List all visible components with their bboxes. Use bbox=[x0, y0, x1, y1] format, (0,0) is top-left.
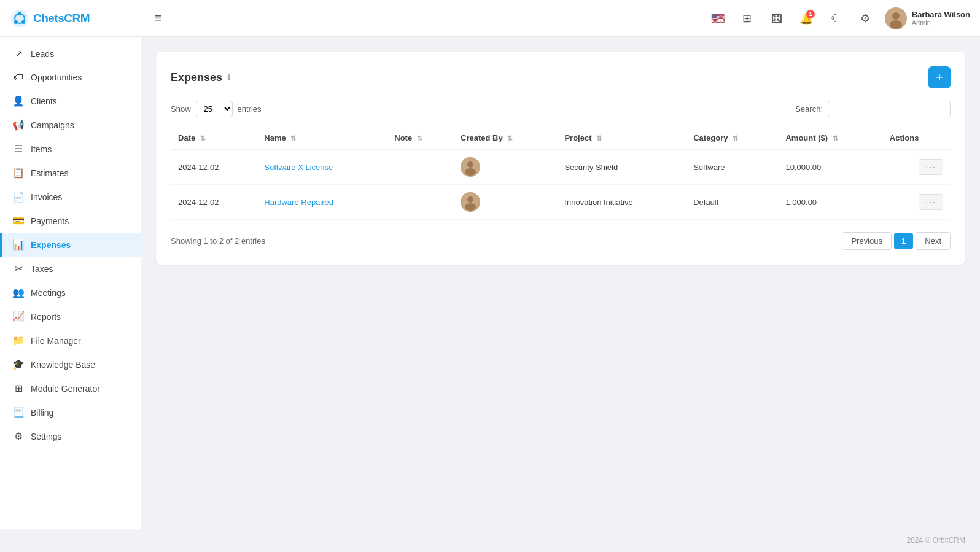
sidebar-label-items: Items bbox=[31, 144, 52, 154]
current-page[interactable]: 1 bbox=[894, 233, 913, 249]
table-header: Date ⇅ Name ⇅ Note ⇅ Created By ⇅ Projec… bbox=[171, 127, 951, 149]
sidebar-icon-file-manager: 📁 bbox=[12, 335, 25, 346]
row-action-button-1[interactable]: ··· bbox=[919, 194, 943, 210]
sidebar-item-billing[interactable]: 📃 Billing bbox=[0, 400, 141, 424]
sidebar-item-file-manager[interactable]: 📁 File Manager bbox=[0, 328, 141, 352]
sidebar-icon-estimates: 📋 bbox=[12, 167, 25, 179]
sidebar-label-billing: Billing bbox=[31, 408, 53, 418]
sidebar-item-items[interactable]: ☰ Items bbox=[0, 137, 141, 161]
sidebar-item-campaigns[interactable]: 📢 Campaigns bbox=[0, 113, 141, 137]
dark-mode-icon[interactable]: ☾ bbox=[826, 9, 846, 28]
sidebar-item-invoices[interactable]: 📄 Invoices bbox=[0, 185, 141, 209]
svg-point-10 bbox=[467, 161, 473, 168]
cell-date-1: 2024-12-02 bbox=[171, 185, 257, 220]
sidebar-item-meetings[interactable]: 👥 Meetings bbox=[0, 281, 141, 305]
footer: 2024 © OrbitCRM bbox=[0, 529, 980, 552]
sidebar-item-taxes[interactable]: ✂ Taxes bbox=[0, 257, 141, 281]
entries-select[interactable]: 102550100 bbox=[196, 101, 233, 117]
sidebar-icon-leads: ↗ bbox=[12, 48, 25, 60]
svg-point-7 bbox=[892, 12, 900, 20]
menu-toggle[interactable]: ≡ bbox=[155, 11, 162, 25]
sidebar-label-payments: Payments bbox=[31, 216, 69, 226]
expenses-table: Date ⇅ Name ⇅ Note ⇅ Created By ⇅ Projec… bbox=[171, 127, 951, 220]
cell-actions-1: ··· bbox=[882, 185, 951, 220]
logo-text: ChetsCRM bbox=[33, 12, 90, 25]
sidebar-label-meetings: Meetings bbox=[31, 288, 66, 298]
cell-category-0: Software bbox=[686, 149, 778, 185]
cell-amount-1: 1,000.00 bbox=[778, 185, 882, 220]
sidebar-icon-reports: 📈 bbox=[12, 311, 25, 322]
svg-point-2 bbox=[18, 12, 21, 15]
add-expense-button[interactable]: + bbox=[928, 66, 951, 88]
user-info: Barbara Wilson Admin bbox=[912, 10, 970, 26]
col-note[interactable]: Note ⇅ bbox=[387, 127, 453, 149]
sidebar-label-taxes: Taxes bbox=[31, 264, 53, 274]
next-button[interactable]: Next bbox=[916, 232, 951, 250]
settings-icon[interactable]: ⚙ bbox=[855, 9, 875, 28]
col-amount[interactable]: Amount ($) ⇅ bbox=[778, 127, 882, 149]
user-name: Barbara Wilson bbox=[912, 10, 970, 19]
sidebar-item-clients[interactable]: 👤 Clients bbox=[0, 89, 141, 113]
sidebar-item-leads[interactable]: ↗ Leads bbox=[0, 42, 141, 66]
row-action-button-0[interactable]: ··· bbox=[919, 159, 943, 175]
sidebar-item-estimates[interactable]: 📋 Estimates bbox=[0, 161, 141, 185]
sidebar-item-module-generator[interactable]: ⊞ Module Generator bbox=[0, 376, 141, 400]
expand-icon[interactable] bbox=[767, 9, 787, 28]
search-input[interactable] bbox=[828, 101, 951, 117]
sidebar-label-reports: Reports bbox=[31, 312, 61, 322]
sidebar-icon-module-generator: ⊞ bbox=[12, 383, 25, 394]
pagination-buttons: Previous 1 Next bbox=[842, 232, 951, 250]
user-section[interactable]: Barbara Wilson Admin bbox=[885, 7, 970, 29]
svg-point-11 bbox=[465, 168, 476, 176]
svg-point-4 bbox=[14, 20, 18, 24]
cell-created-by-0 bbox=[453, 149, 557, 185]
sidebar-item-opportunities[interactable]: 🏷 Opportunities bbox=[0, 66, 141, 89]
sidebar-icon-payments: 💳 bbox=[12, 215, 25, 227]
cell-amount-0: 10,000.00 bbox=[778, 149, 882, 185]
info-icon[interactable]: ℹ bbox=[227, 72, 230, 82]
sidebar-item-settings[interactable]: ⚙ Settings bbox=[0, 424, 141, 448]
sidebar-icon-knowledge-base: 🎓 bbox=[12, 359, 25, 370]
notifications-icon[interactable]: 🔔 1 bbox=[796, 9, 816, 28]
cell-project-1: Innovation Initiative bbox=[557, 185, 686, 220]
show-label: Show bbox=[171, 104, 191, 114]
pagination-section: Showing 1 to 2 of 2 entries Previous 1 N… bbox=[171, 232, 951, 250]
col-project[interactable]: Project ⇅ bbox=[557, 127, 686, 149]
sidebar-label-settings: Settings bbox=[31, 432, 62, 441]
sidebar-label-file-manager: File Manager bbox=[31, 336, 81, 346]
cell-name-0[interactable]: Software X License bbox=[257, 149, 387, 185]
sidebar-item-knowledge-base[interactable]: 🎓 Knowledge Base bbox=[0, 352, 141, 376]
search-label: Search: bbox=[795, 104, 823, 114]
sidebar-label-campaigns: Campaigns bbox=[31, 120, 74, 130]
sidebar-icon-clients: 👤 bbox=[12, 95, 25, 107]
sidebar-label-estimates: Estimates bbox=[31, 168, 68, 178]
page-title: Expenses bbox=[171, 71, 222, 84]
sidebar-icon-campaigns: 📢 bbox=[12, 119, 25, 131]
sidebar-label-opportunities: Opportunities bbox=[31, 72, 82, 82]
col-category[interactable]: Category ⇅ bbox=[686, 127, 778, 149]
flag-icon[interactable]: 🇺🇸 bbox=[708, 9, 728, 28]
table-row: 2024-12-02 Software X License Security S… bbox=[171, 149, 951, 185]
footer-text: 2024 © OrbitCRM bbox=[906, 536, 965, 545]
cell-name-1[interactable]: Hardware Repaired bbox=[257, 185, 387, 220]
user-role: Admin bbox=[912, 19, 970, 26]
sidebar-label-knowledge-base: Knowledge Base bbox=[31, 360, 95, 370]
logo: ChetsCRM bbox=[10, 9, 145, 28]
sidebar-icon-meetings: 👥 bbox=[12, 287, 25, 298]
entries-label: entries bbox=[238, 104, 262, 114]
sidebar-label-leads: Leads bbox=[31, 49, 54, 59]
sidebar-item-expenses[interactable]: 📊 Expenses bbox=[0, 233, 141, 257]
topbar: ChetsCRM ≡ 🇺🇸 ⊞ 🔔 1 ☾ ⚙ bbox=[0, 0, 980, 37]
previous-button[interactable]: Previous bbox=[842, 232, 892, 250]
col-name[interactable]: Name ⇅ bbox=[257, 127, 387, 149]
col-date[interactable]: Date ⇅ bbox=[171, 127, 257, 149]
grid-icon[interactable]: ⊞ bbox=[737, 9, 757, 28]
avatar bbox=[885, 7, 907, 29]
sidebar-item-reports[interactable]: 📈 Reports bbox=[0, 305, 141, 328]
show-entries: Show 102550100 entries bbox=[171, 101, 262, 117]
svg-point-8 bbox=[890, 20, 902, 29]
sidebar-item-payments[interactable]: 💳 Payments bbox=[0, 209, 141, 233]
col-created-by[interactable]: Created By ⇅ bbox=[453, 127, 557, 149]
cell-category-1: Default bbox=[686, 185, 778, 220]
row-avatar-1 bbox=[461, 192, 480, 212]
